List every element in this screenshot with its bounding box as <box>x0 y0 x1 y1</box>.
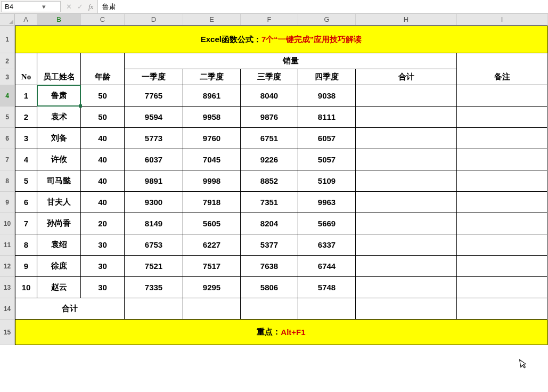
cell-q2[interactable]: 9295 <box>183 277 241 298</box>
cell-q1[interactable]: 9891 <box>125 170 183 192</box>
cell-name[interactable]: 甘夫人 <box>37 192 81 213</box>
cell-no[interactable]: 8 <box>15 234 37 256</box>
cell-age[interactable]: 30 <box>81 234 125 256</box>
select-all-corner[interactable] <box>0 14 15 25</box>
row-header-11[interactable]: 11 <box>0 234 15 256</box>
cell-total[interactable] <box>356 149 457 170</box>
cell-name[interactable]: 徐庶 <box>37 256 81 277</box>
cell-age[interactable]: 40 <box>81 128 125 149</box>
cell-remark[interactable] <box>457 128 547 149</box>
cell-age[interactable]: 40 <box>81 149 125 170</box>
row-header-6[interactable]: 6 <box>0 128 15 149</box>
cell-q3[interactable]: 8040 <box>241 85 298 107</box>
row-header-5[interactable]: 5 <box>0 107 15 128</box>
cell-q4[interactable]: 6337 <box>298 234 356 256</box>
cell-no[interactable]: 9 <box>15 256 37 277</box>
cell-q4[interactable]: 6744 <box>298 256 356 277</box>
cell-no[interactable]: 2 <box>15 107 37 128</box>
cell-no[interactable]: 7 <box>15 213 37 234</box>
cell-q3[interactable]: 5806 <box>241 277 298 298</box>
title-cell[interactable]: Excel函数公式：7个“一键完成”应用技巧解读 <box>15 26 547 53</box>
sum-q4[interactable] <box>298 298 356 320</box>
cell-q2[interactable]: 7045 <box>183 149 241 170</box>
cancel-icon[interactable]: ✕ <box>66 3 72 11</box>
header-q2[interactable]: 二季度 <box>183 69 241 85</box>
cell-remark[interactable] <box>457 149 547 170</box>
cell-name[interactable]: 刘备 <box>37 128 81 149</box>
fx-icon[interactable]: fx <box>88 3 93 11</box>
header-total[interactable]: 合计 <box>356 69 457 85</box>
row-header-13[interactable]: 13 <box>0 277 15 298</box>
header-age[interactable]: 年龄 <box>81 69 125 85</box>
row-header-8[interactable]: 8 <box>0 170 15 192</box>
header-name[interactable]: 员工姓名 <box>37 69 81 85</box>
cell-q1[interactable]: 8149 <box>125 213 183 234</box>
cell-q1[interactable]: 5773 <box>125 128 183 149</box>
name-box[interactable]: B4 ▾ <box>1 1 61 12</box>
cell-q2[interactable]: 7918 <box>183 192 241 213</box>
header-sales[interactable]: 销量 <box>125 53 457 69</box>
cell-q3[interactable]: 9226 <box>241 149 298 170</box>
cell-q1[interactable]: 7765 <box>125 85 183 107</box>
cell-remark[interactable] <box>457 107 547 128</box>
col-header-G[interactable]: G <box>298 14 356 25</box>
cell-q4[interactable]: 9038 <box>298 85 356 107</box>
cell-q2[interactable]: 5605 <box>183 213 241 234</box>
cell-no[interactable]: 3 <box>15 128 37 149</box>
cell-no[interactable]: 10 <box>15 277 37 298</box>
cell-total[interactable] <box>356 128 457 149</box>
header-no[interactable]: No <box>15 69 37 85</box>
col-header-F[interactable]: F <box>241 14 298 25</box>
header-q3[interactable]: 三季度 <box>241 69 298 85</box>
cell-q4[interactable]: 8111 <box>298 107 356 128</box>
row-header-1[interactable]: 1 <box>0 26 15 53</box>
accept-icon[interactable]: ✓ <box>77 3 83 11</box>
cell-total[interactable] <box>356 170 457 192</box>
row-header-15[interactable]: 15 <box>0 320 15 345</box>
cell-remark[interactable] <box>457 213 547 234</box>
header-name-top[interactable] <box>37 53 81 69</box>
cell-q3[interactable]: 7351 <box>241 192 298 213</box>
col-header-I[interactable]: I <box>457 14 547 25</box>
row-header-10[interactable]: 10 <box>0 213 15 234</box>
col-header-A[interactable]: A <box>15 14 37 25</box>
row-header-2[interactable]: 2 <box>0 53 15 69</box>
cell-q4[interactable]: 9963 <box>298 192 356 213</box>
cell-q3[interactable]: 8852 <box>241 170 298 192</box>
header-q1[interactable]: 一季度 <box>125 69 183 85</box>
cell-age[interactable]: 50 <box>81 85 125 107</box>
header-q4[interactable]: 四季度 <box>298 69 356 85</box>
cell-name[interactable]: 司马懿 <box>37 170 81 192</box>
cell-q2[interactable]: 6227 <box>183 234 241 256</box>
cell-total[interactable] <box>356 256 457 277</box>
cell-q1[interactable]: 9300 <box>125 192 183 213</box>
cell-age[interactable]: 40 <box>81 192 125 213</box>
row-header-4[interactable]: 4 <box>0 85 15 107</box>
cell-no[interactable]: 5 <box>15 170 37 192</box>
cell-name[interactable]: 袁术 <box>37 107 81 128</box>
cell-remark[interactable] <box>457 256 547 277</box>
cell-age[interactable]: 30 <box>81 277 125 298</box>
col-header-E[interactable]: E <box>183 14 241 25</box>
footer-cell[interactable]: 重点：Alt+F1 <box>15 320 547 345</box>
cell-total[interactable] <box>356 213 457 234</box>
sum-label[interactable]: 合计 <box>15 298 125 320</box>
cell-q3[interactable]: 5377 <box>241 234 298 256</box>
row-header-7[interactable]: 7 <box>0 149 15 170</box>
col-header-B[interactable]: B <box>37 14 81 25</box>
cell-total[interactable] <box>356 192 457 213</box>
col-header-D[interactable]: D <box>125 14 183 25</box>
cell-remark[interactable] <box>457 85 547 107</box>
cell-no[interactable]: 4 <box>15 149 37 170</box>
header-remark[interactable]: 备注 <box>457 69 547 85</box>
cell-q4[interactable]: 5669 <box>298 213 356 234</box>
cell-no[interactable]: 1 <box>15 85 37 107</box>
cell-total[interactable] <box>356 107 457 128</box>
cell-no[interactable]: 6 <box>15 192 37 213</box>
sum-q2[interactable] <box>183 298 241 320</box>
cell-q2[interactable]: 9958 <box>183 107 241 128</box>
cell-q1[interactable]: 7521 <box>125 256 183 277</box>
cell-remark[interactable] <box>457 192 547 213</box>
header-age-top[interactable] <box>81 53 125 69</box>
cell-q1[interactable]: 9594 <box>125 107 183 128</box>
